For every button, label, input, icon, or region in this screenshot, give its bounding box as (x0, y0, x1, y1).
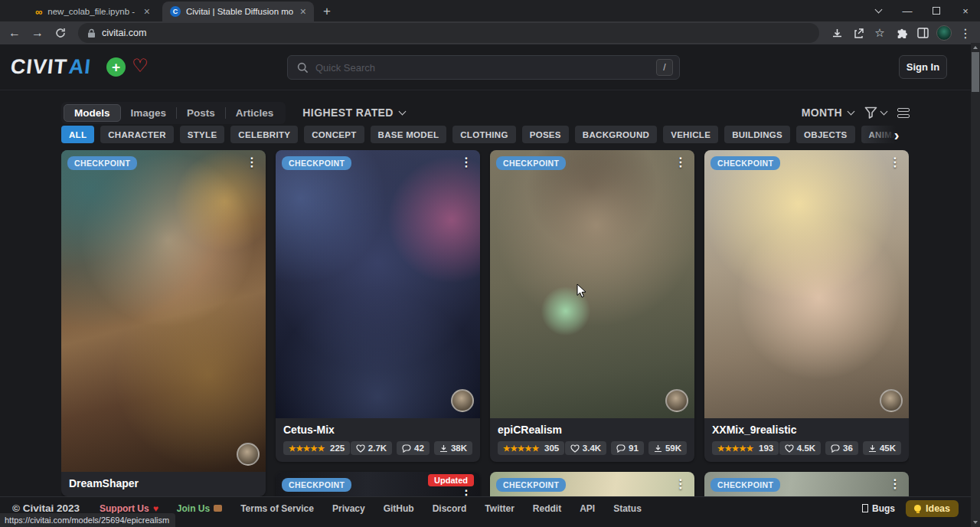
close-window-button[interactable]: × (951, 0, 980, 21)
model-card-dreamshaper[interactable]: CHECKPOINT ⋮ DreamShaper (61, 150, 266, 496)
close-icon[interactable]: × (142, 6, 152, 17)
comments-pill: 42 (397, 441, 430, 455)
tab-search-button[interactable] (864, 0, 893, 21)
footer-link-terms[interactable]: Terms of Service (240, 503, 314, 514)
new-tab-button[interactable]: + (314, 2, 340, 21)
copyright-text: © Civitai 2023 (12, 502, 80, 514)
category-chip[interactable]: BACKGROUND (575, 126, 657, 143)
category-chip[interactable]: VEHICLE (663, 126, 718, 143)
forward-button[interactable]: → (28, 23, 47, 43)
downloads-count: 45K (880, 444, 896, 453)
model-card-epicrealism[interactable]: CHECKPOINT ⋮ epiCRealism ★★★★★305 3.4K 9… (490, 150, 694, 462)
layout-toggle-button[interactable] (897, 108, 910, 118)
chevron-down-icon (848, 107, 855, 115)
likes-pill: 3.4K (565, 441, 606, 455)
model-card-partial[interactable]: CHECKPOINT ⋮ (490, 472, 694, 496)
support-heart-icon[interactable]: ♡ (132, 55, 149, 77)
creator-avatar[interactable] (237, 443, 260, 466)
content-type-tabs: Models Images Posts Articles (61, 102, 286, 124)
card-menu-button[interactable]: ⋮ (241, 153, 263, 171)
scroll-down-arrow[interactable] (973, 521, 978, 524)
creator-avatar[interactable] (451, 389, 474, 412)
categories-scroll-next-button[interactable]: › (888, 126, 905, 143)
period-dropdown[interactable]: MONTH (802, 106, 854, 119)
card-menu-button[interactable]: ⋮ (456, 486, 477, 496)
browser-tab-civitai[interactable]: C Civitai | Stable Diffusion models, × (162, 2, 314, 21)
footer-link-privacy[interactable]: Privacy (332, 503, 365, 514)
category-filter-row: ALL CHARACTER STYLE CELEBRITY CONCEPT BA… (61, 126, 910, 144)
bugs-button[interactable]: Bugs (862, 503, 895, 514)
comment-icon (831, 444, 840, 453)
model-card-xxmix[interactable]: CHECKPOINT ⋮ XXMix_9realistic ★★★★★193 4… (704, 150, 909, 462)
colab-icon: ∞ (35, 6, 42, 18)
model-card-partial[interactable]: CHECKPOINT Updated ⋮ (276, 472, 480, 496)
category-chip[interactable]: BUILDINGS (724, 126, 790, 143)
sort-dropdown[interactable]: HIGHEST RATED (302, 106, 405, 119)
side-panel-button[interactable] (913, 23, 933, 43)
civitai-page: CIVITAI + ♡ Quick Search / Sign In Model… (0, 44, 971, 527)
category-chip[interactable]: STYLE (180, 126, 225, 143)
browser-menu-button[interactable]: ⋮ (956, 23, 975, 43)
category-chip[interactable]: CLOTHING (452, 126, 515, 143)
browser-profile-avatar[interactable] (934, 23, 954, 43)
footer-link-reddit[interactable]: Reddit (533, 503, 561, 514)
briefcase-icon (214, 505, 222, 512)
filter-dropdown[interactable] (864, 106, 887, 119)
comments-count: 36 (843, 444, 853, 453)
maximize-button[interactable] (922, 0, 951, 21)
scroll-up-arrow[interactable] (973, 46, 978, 49)
address-bar[interactable]: civitai.com (78, 23, 819, 43)
minimize-button[interactable]: — (893, 0, 922, 21)
ideas-button[interactable]: Ideas (906, 500, 959, 517)
share-button[interactable] (848, 23, 868, 43)
footer-link-api[interactable]: API (580, 503, 595, 514)
download-button[interactable] (827, 23, 847, 43)
rating-pill: ★★★★★193 (712, 441, 779, 455)
card-menu-button[interactable]: ⋮ (884, 475, 906, 493)
tab-title: Civitai | Stable Diffusion models, (186, 7, 293, 16)
model-card-cetus-mix[interactable]: CHECKPOINT ⋮ Cetus-Mix ★★★★★225 2.7K 42 … (276, 150, 480, 462)
footer-link-join[interactable]: Join Us (177, 503, 222, 514)
likes-count: 2.7K (368, 444, 387, 453)
search-input[interactable]: Quick Search / (287, 55, 680, 80)
tab-models[interactable]: Models (64, 104, 121, 122)
footer-link-status[interactable]: Status (613, 503, 642, 514)
category-chip[interactable]: CHARACTER (100, 126, 174, 143)
creator-avatar[interactable] (665, 389, 688, 412)
model-type-badge: CHECKPOINT (496, 478, 566, 492)
close-icon[interactable]: × (299, 6, 308, 17)
tab-posts[interactable]: Posts (177, 105, 225, 121)
browser-tab-colab[interactable]: ∞ new_colab_file.ipynb - Colaborat × (28, 2, 158, 21)
sign-in-button[interactable]: Sign In (899, 55, 947, 79)
bookmark-button[interactable]: ☆ (870, 23, 890, 43)
footer-link-twitter[interactable]: Twitter (485, 503, 514, 514)
card-menu-button[interactable]: ⋮ (670, 153, 691, 171)
back-button[interactable]: ← (5, 23, 24, 43)
extensions-button[interactable] (891, 23, 911, 43)
creator-avatar[interactable] (880, 389, 903, 412)
card-menu-button[interactable]: ⋮ (456, 153, 477, 171)
scrollbar-thumb[interactable] (972, 52, 979, 92)
category-chip[interactable]: POSES (522, 126, 569, 143)
page-scrollbar[interactable] (971, 43, 980, 527)
category-chip-all[interactable]: ALL (61, 126, 94, 143)
tab-articles[interactable]: Articles (226, 105, 284, 121)
category-chip[interactable]: BASE MODEL (371, 126, 447, 143)
footer-link-github[interactable]: GitHub (384, 503, 414, 514)
model-card-partial[interactable]: CHECKPOINT ⋮ (704, 472, 909, 496)
category-chip[interactable]: CONCEPT (304, 126, 364, 143)
footer-link-support[interactable]: Support Us♥ (100, 503, 158, 514)
create-button[interactable]: + (106, 57, 126, 77)
category-chip[interactable]: OBJECTS (796, 126, 854, 143)
chevron-down-icon (874, 6, 882, 14)
footer-link-discord[interactable]: Discord (433, 503, 467, 514)
card-menu-button[interactable]: ⋮ (670, 475, 691, 493)
downloads-count: 38K (451, 444, 467, 453)
downloads-pill: 59K (648, 441, 687, 455)
category-chip[interactable]: CELEBRITY (230, 126, 298, 143)
reload-button[interactable] (51, 23, 70, 43)
card-menu-button[interactable]: ⋮ (884, 153, 906, 171)
civitai-logo[interactable]: CIVITAI (9, 55, 92, 79)
tab-images[interactable]: Images (121, 105, 177, 121)
model-preview-image: CHECKPOINT ⋮ (704, 150, 909, 418)
